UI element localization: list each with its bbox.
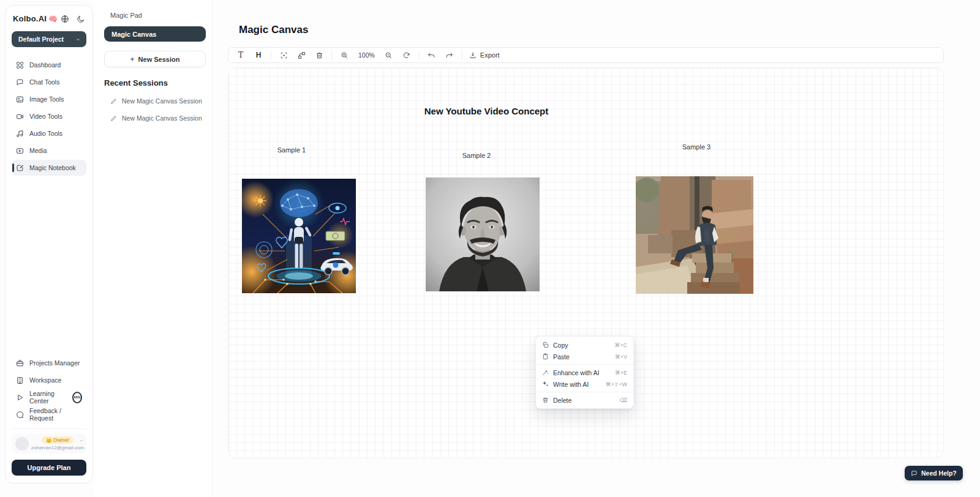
sample-3-label[interactable]: Sample 3 [669, 143, 724, 151]
heading-tool-glyph: H [256, 51, 262, 59]
sample-3-image[interactable] [636, 176, 753, 294]
context-menu-item-paste[interactable]: Paste ⌘+V [536, 351, 633, 362]
zoom-level: 100% [356, 51, 377, 59]
context-menu-label: Copy [553, 342, 568, 349]
project-selector[interactable]: Default Project [12, 31, 86, 47]
canvas-title-text[interactable]: New Youtube Video Concept [423, 106, 549, 116]
toolbar-separator [419, 51, 420, 59]
reset-view-button[interactable] [401, 50, 412, 61]
zoom-out-button[interactable] [383, 50, 394, 61]
building-icon [16, 376, 24, 384]
need-help-label: Need Help? [921, 469, 957, 477]
user-section: 👑 Owner zoharvan12@gmail.com Upgrade Pla… [12, 428, 86, 476]
session-item-label: New Magic Canvas Session [122, 114, 202, 122]
app-root: Kolbo.AI 🧠 Default Project Dashboard Cha… [0, 0, 980, 497]
delete-tool-button[interactable] [314, 50, 325, 61]
context-menu-divider [536, 364, 633, 365]
project-selector-label: Default Project [18, 36, 64, 43]
copy-icon [542, 342, 549, 348]
session-item[interactable]: New Magic Canvas Session [104, 93, 206, 109]
user-chevron-icon [79, 438, 84, 443]
sidebar-item-label: Audio Tools [29, 130, 62, 137]
help-chat-icon [911, 470, 918, 477]
context-menu-label: Write with AI [553, 381, 589, 388]
brand-logo: Kolbo.AI [13, 14, 47, 23]
context-menu-shortcut: ⌫ [619, 397, 627, 403]
panel-item-magic-pad[interactable]: Magic Pad [104, 9, 206, 22]
dark-mode-moon-icon[interactable] [77, 15, 85, 23]
upgrade-plan-button[interactable]: Upgrade Plan [12, 460, 86, 476]
sidebar-item-image-tools[interactable]: Image Tools [12, 91, 86, 107]
nodes-icon [298, 51, 306, 59]
redo-button[interactable] [444, 50, 455, 61]
zoom-in-button[interactable] [339, 50, 350, 61]
sidebar-item-workspace[interactable]: Workspace [12, 372, 86, 388]
sidebar-item-audio-tools[interactable]: Audio Tools [12, 125, 86, 141]
sidebar-item-label: Chat Tools [29, 78, 59, 86]
sidebar-item-dashboard[interactable]: Dashboard [12, 57, 86, 73]
session-item-label: New Magic Canvas Session [122, 97, 202, 105]
session-list: New Magic Canvas Session New Magic Canva… [104, 93, 206, 126]
sidebar-item-learning-center[interactable]: Learning Center 66% [12, 389, 86, 405]
redo-icon [445, 51, 453, 59]
recent-sessions-title: Recent Sessions [104, 78, 206, 88]
media-icon [16, 147, 24, 155]
export-button[interactable]: Export [469, 51, 500, 59]
page-title: Magic Canvas [239, 24, 308, 36]
context-menu-shortcut: ⌘+C [614, 342, 627, 348]
sidebar-item-projects-manager[interactable]: Projects Manager [12, 355, 86, 371]
need-help-button[interactable]: Need Help? [905, 466, 963, 480]
clipboard-icon [542, 353, 549, 360]
heading-tool-button[interactable]: H [253, 50, 264, 61]
sidebar: Kolbo.AI 🧠 Default Project Dashboard Cha… [5, 5, 93, 484]
session-item[interactable]: New Magic Canvas Session [104, 110, 206, 126]
undo-icon [428, 51, 435, 59]
context-menu-shortcut: ⌘+V [615, 354, 627, 360]
context-menu-item-copy[interactable]: Copy ⌘+C [536, 339, 633, 351]
user-card[interactable]: 👑 Owner zoharvan12@gmail.com [12, 433, 86, 454]
ai-select-tool-button[interactable] [278, 50, 289, 61]
sample-1-label[interactable]: Sample 1 [264, 146, 319, 154]
zoom-out-icon [385, 51, 393, 59]
chevron-down-icon [75, 37, 81, 42]
text-tool-glyph: T [238, 51, 243, 59]
new-session-button[interactable]: + New Session [104, 51, 206, 67]
magic-wand-icon [542, 369, 549, 376]
ai-scan-icon [280, 51, 288, 59]
sidebar-item-video-tools[interactable]: Video Tools [12, 108, 86, 124]
sidebar-item-magic-notebook[interactable]: Magic Notebook [12, 160, 86, 176]
sidebar-item-label: Image Tools [29, 95, 64, 103]
sample-2-label[interactable]: Sample 2 [449, 152, 504, 159]
text-tool-button[interactable]: T [235, 50, 246, 61]
play-icon [16, 394, 24, 402]
context-menu-item-delete[interactable]: Delete ⌫ [536, 394, 633, 406]
sidebar-item-label: Learning Center [29, 390, 66, 405]
canvas-grid[interactable]: New Youtube Video Concept Sample 1 Sampl… [228, 67, 944, 458]
download-icon [469, 51, 477, 59]
context-menu-shortcut: ⌘+E [615, 370, 627, 376]
context-menu-item-write-with-ai[interactable]: Write with AI ⌘+⇧+W [536, 378, 633, 390]
undo-button[interactable] [426, 50, 437, 61]
connector-nodes-tool-button[interactable] [296, 50, 307, 61]
pencil-icon [110, 115, 117, 122]
sidebar-item-feedback-request[interactable]: Feedback / Request [12, 406, 86, 422]
music-note-icon [16, 130, 24, 138]
toolbar-separator [331, 51, 332, 59]
sample-2-image[interactable] [426, 177, 540, 291]
canvas-toolbar: T H 100% Export [228, 47, 944, 63]
panel-item-magic-canvas[interactable]: Magic Canvas [104, 26, 206, 42]
user-info: 👑 Owner zoharvan12@gmail.com [32, 436, 83, 450]
avatar [15, 437, 29, 450]
feedback-bubble-icon [16, 411, 24, 419]
secondary-panel: Magic Pad Magic Canvas + New Session Rec… [94, 0, 213, 497]
sidebar-item-media[interactable]: Media [12, 143, 86, 159]
sample-1-image[interactable] [242, 179, 356, 293]
sidebar-item-chat-tools[interactable]: Chat Tools [12, 74, 86, 90]
trash-icon [315, 51, 323, 59]
context-menu-item-enhance-with-ai[interactable]: Enhance with AI ⌘+E [536, 367, 633, 378]
language-globe-icon[interactable] [61, 15, 69, 23]
plus-icon: + [130, 55, 135, 64]
new-session-label: New Session [138, 56, 180, 63]
context-menu: Copy ⌘+C Paste ⌘+V Enhance with AI ⌘+E W… [535, 336, 634, 409]
sidebar-item-label: Feedback / Request [29, 407, 82, 422]
